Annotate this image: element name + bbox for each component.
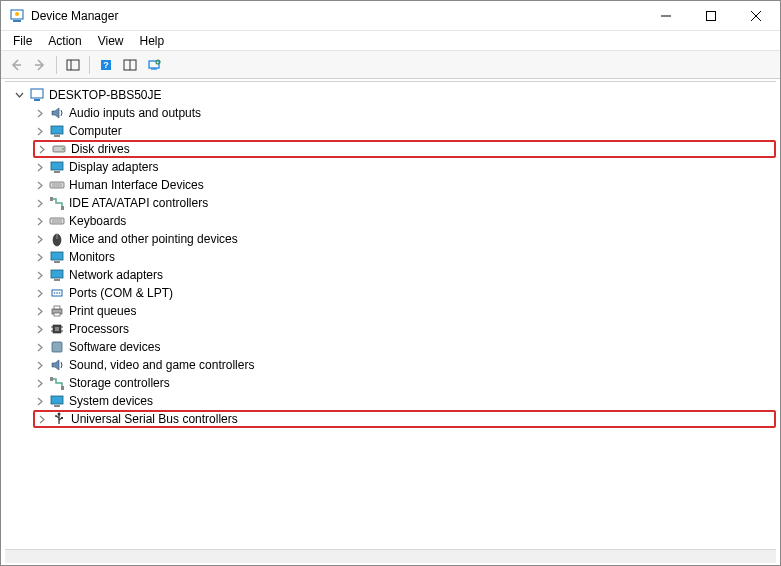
expand-icon[interactable]	[33, 215, 45, 227]
tree-node[interactable]: Universal Serial Bus controllers	[33, 410, 776, 428]
printer-icon	[49, 303, 65, 319]
keyboard-icon	[49, 177, 65, 193]
tree-node[interactable]: Computer	[33, 122, 776, 140]
tree-root-node[interactable]: DESKTOP-BBS50JE	[13, 86, 776, 104]
tree-node[interactable]: Disk drives	[33, 140, 776, 158]
monitor-icon	[49, 249, 65, 265]
forward-button[interactable]	[29, 54, 51, 76]
expand-icon[interactable]	[33, 395, 45, 407]
tree-node-label: Software devices	[69, 340, 160, 354]
tree-node-label: Storage controllers	[69, 376, 170, 390]
svg-rect-3	[706, 12, 715, 21]
help-button[interactable]: ?	[95, 54, 117, 76]
back-button[interactable]	[5, 54, 27, 76]
status-bar	[5, 549, 776, 563]
tree-node[interactable]: Audio inputs and outputs	[33, 104, 776, 122]
collapse-icon[interactable]	[13, 89, 25, 101]
tree-node-label: Display adapters	[69, 160, 158, 174]
expand-icon[interactable]	[33, 377, 45, 389]
monitor-icon	[49, 123, 65, 139]
tree-node-label: Mice and other pointing devices	[69, 232, 238, 246]
tree-node-label: Processors	[69, 322, 129, 336]
tree-node[interactable]: Network adapters	[33, 266, 776, 284]
show-hide-tree-button[interactable]	[62, 54, 84, 76]
expand-icon[interactable]	[33, 179, 45, 191]
tree-node-label: Monitors	[69, 250, 115, 264]
minimize-button[interactable]	[643, 1, 688, 31]
tree-node[interactable]: Processors	[33, 320, 776, 338]
root-label: DESKTOP-BBS50JE	[49, 88, 162, 102]
audio-icon	[49, 105, 65, 121]
properties-button[interactable]	[119, 54, 141, 76]
tree-node[interactable]: Storage controllers	[33, 374, 776, 392]
expand-icon[interactable]	[33, 359, 45, 371]
maximize-button[interactable]	[688, 1, 733, 31]
toolbar-separator	[89, 56, 90, 74]
expand-icon[interactable]	[33, 107, 45, 119]
expand-icon[interactable]	[33, 233, 45, 245]
device-tree-pane: DESKTOP-BBS50JE Audio inputs and outputs…	[5, 81, 776, 547]
expand-icon[interactable]	[33, 161, 45, 173]
mouse-icon	[49, 231, 65, 247]
expand-icon[interactable]	[33, 251, 45, 263]
port-icon	[49, 285, 65, 301]
expand-icon[interactable]	[33, 125, 45, 137]
expand-icon[interactable]	[33, 287, 45, 299]
scan-hardware-button[interactable]	[143, 54, 165, 76]
svg-rect-14	[34, 99, 40, 101]
keyboard-icon	[49, 213, 65, 229]
tree-node-label: Computer	[69, 124, 122, 138]
generic-icon	[49, 339, 65, 355]
tree-node-label: Universal Serial Bus controllers	[71, 412, 238, 426]
tree-node[interactable]: IDE ATA/ATAPI controllers	[33, 194, 776, 212]
tree-node-label: Disk drives	[71, 142, 130, 156]
menu-view[interactable]: View	[90, 32, 132, 50]
tree-node[interactable]: Human Interface Devices	[33, 176, 776, 194]
expand-icon[interactable]	[33, 341, 45, 353]
close-button[interactable]	[733, 1, 778, 31]
tree-node[interactable]: Keyboards	[33, 212, 776, 230]
computer-icon	[29, 87, 45, 103]
expand-icon[interactable]	[33, 197, 45, 209]
toolbar-separator	[56, 56, 57, 74]
tree-node-label: Sound, video and game controllers	[69, 358, 254, 372]
tree-node[interactable]: Display adapters	[33, 158, 776, 176]
app-icon	[9, 8, 25, 24]
tree-node[interactable]: Print queues	[33, 302, 776, 320]
expand-icon[interactable]	[33, 269, 45, 281]
svg-point-2	[15, 12, 19, 16]
cable-icon	[49, 195, 65, 211]
tree-node[interactable]: Mice and other pointing devices	[33, 230, 776, 248]
tree-node-label: Human Interface Devices	[69, 178, 204, 192]
tree-node[interactable]: Ports (COM & LPT)	[33, 284, 776, 302]
svg-rect-1	[13, 20, 21, 22]
chip-icon	[49, 321, 65, 337]
expand-icon[interactable]	[35, 413, 47, 425]
audio-icon	[49, 357, 65, 373]
monitor-icon	[49, 267, 65, 283]
tree-children: Audio inputs and outputsComputerDisk dri…	[13, 104, 776, 428]
svg-rect-4	[67, 60, 79, 70]
expand-icon[interactable]	[33, 305, 45, 317]
device-tree: DESKTOP-BBS50JE Audio inputs and outputs…	[5, 82, 776, 432]
expand-icon[interactable]	[35, 143, 47, 155]
tree-node-label: Ports (COM & LPT)	[69, 286, 173, 300]
tree-node[interactable]: Sound, video and game controllers	[33, 356, 776, 374]
tree-node-label: Network adapters	[69, 268, 163, 282]
tree-node[interactable]: Software devices	[33, 338, 776, 356]
tree-node-label: Keyboards	[69, 214, 126, 228]
tree-node[interactable]: Monitors	[33, 248, 776, 266]
titlebar: Device Manager	[1, 1, 780, 31]
monitor-icon	[49, 393, 65, 409]
menu-action[interactable]: Action	[40, 32, 89, 50]
tree-node-label: Print queues	[69, 304, 136, 318]
menu-file[interactable]: File	[5, 32, 40, 50]
toolbar: ?	[1, 51, 780, 79]
window-title: Device Manager	[31, 9, 643, 23]
tree-node-label: System devices	[69, 394, 153, 408]
expand-icon[interactable]	[33, 323, 45, 335]
monitor-icon	[49, 159, 65, 175]
tree-node[interactable]: System devices	[33, 392, 776, 410]
svg-rect-13	[31, 89, 43, 98]
menu-help[interactable]: Help	[132, 32, 173, 50]
